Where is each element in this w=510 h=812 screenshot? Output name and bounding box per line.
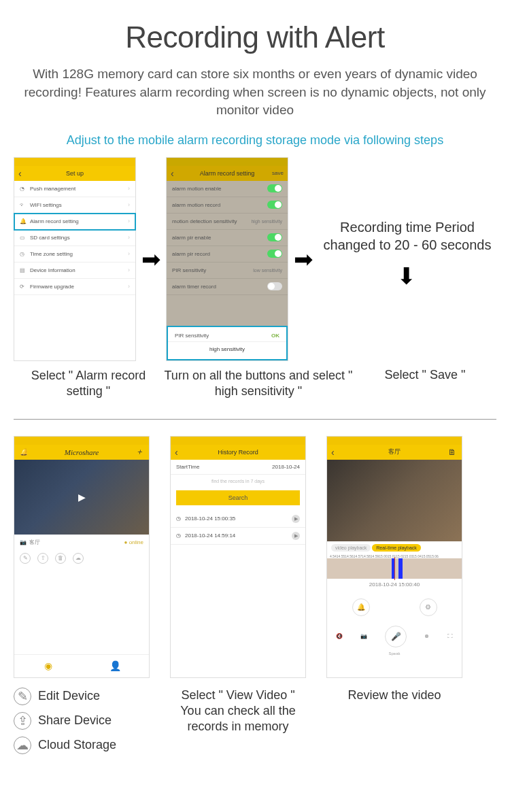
- camera-icon: 📷: [20, 539, 27, 545]
- toggle-icon[interactable]: [267, 201, 282, 209]
- topbar-alarm: ‹ Alarm record setting save: [167, 166, 288, 181]
- row-wifi[interactable]: ᯤWIFI settings›: [14, 197, 135, 214]
- topbar-title: 客厅: [388, 447, 401, 456]
- start-time-row[interactable]: StartTime 2018-10-24: [171, 460, 305, 475]
- playback-mode-tabs: video playback Real-time playback: [327, 541, 462, 554]
- record-time: 2018-10-24 14:59:14: [185, 532, 235, 539]
- playback-timestamp: 2018-10-24 15:00:40: [327, 579, 462, 593]
- record-item[interactable]: ◷ 2018-10-24 14:59:14 ▶: [171, 528, 305, 545]
- captions-row-1: Select " Alarm record setting " Turn on …: [14, 368, 496, 400]
- pill-video-playback[interactable]: video playback: [331, 544, 371, 552]
- share-icon: ⇪: [14, 712, 31, 730]
- back-icon[interactable]: ‹: [18, 168, 22, 179]
- fullscreen-icon[interactable]: ⛶: [447, 633, 453, 639]
- record-item[interactable]: ◷ 2018-10-24 15:00:35 ▶: [171, 511, 305, 528]
- search-button[interactable]: Search: [176, 490, 300, 505]
- mute-icon[interactable]: 🔇: [336, 633, 343, 639]
- camera-thumbnail[interactable]: [14, 460, 149, 535]
- caption-step3: Select " Save ": [354, 368, 496, 400]
- arrow-right-icon: ➡: [294, 246, 313, 273]
- row-timezone[interactable]: ◷Time zone setting›: [14, 246, 135, 263]
- playback-controls-1: 🔔 ⚙: [327, 593, 462, 622]
- row-motion-enable[interactable]: alarm motion enable: [167, 181, 288, 197]
- toggle-icon[interactable]: [267, 233, 282, 241]
- row-motion-sens[interactable]: motion detection sensitivityhigh sensiti…: [167, 214, 288, 230]
- row-firmware[interactable]: ⟳Firmware upgrade›: [14, 279, 135, 295]
- document-icon[interactable]: 🗎: [448, 447, 456, 457]
- caption-step2: Turn on all the buttons and select " hig…: [163, 368, 354, 400]
- row-alarm-record-setting[interactable]: 🔔Alarm record setting›: [14, 214, 135, 230]
- play-icon[interactable]: ▶: [292, 532, 300, 540]
- video-viewport[interactable]: [327, 460, 462, 541]
- topbar-playback: ‹ 客厅 🗎: [327, 445, 462, 460]
- row-push[interactable]: ◔Push management›: [14, 181, 135, 197]
- row-timer-record[interactable]: alarm timer record: [167, 279, 288, 295]
- status-bar: [327, 437, 462, 445]
- sheet-ok-button[interactable]: OK: [271, 333, 279, 339]
- row-motion-record[interactable]: alarm motion record: [167, 197, 288, 214]
- record-time: 2018-10-24 15:00:35: [185, 515, 235, 522]
- settings-list: ◔Push management› ᯤWIFI settings› 🔔Alarm…: [14, 181, 135, 295]
- bell-icon[interactable]: 🔔: [20, 448, 28, 456]
- row-sd[interactable]: ▭SD card settings›: [14, 230, 135, 246]
- sheet-option-high[interactable]: high sensitivity: [168, 342, 286, 356]
- back-icon[interactable]: ‹: [171, 168, 174, 179]
- clock-icon: ◷: [176, 532, 181, 539]
- save-button[interactable]: save: [272, 170, 284, 176]
- topbar-microshare: 🔔 Microshare ＋: [14, 445, 149, 460]
- share-icon[interactable]: ⇪: [37, 553, 48, 564]
- online-badge: ● online: [124, 539, 143, 545]
- snapshot-icon[interactable]: 📷: [360, 633, 367, 639]
- topbar-title: Alarm record setting: [200, 170, 255, 177]
- status-bar: [14, 437, 149, 445]
- legend-share: ⇪ Share Device: [14, 712, 150, 730]
- topbar-title: Set up: [66, 170, 84, 177]
- status-bar: [167, 158, 288, 166]
- pill-realtime-playback[interactable]: Real-time playback: [372, 544, 421, 552]
- toggle-icon[interactable]: [267, 282, 282, 290]
- toggle-icon[interactable]: [267, 250, 282, 258]
- tab-profile[interactable]: 👤: [82, 655, 149, 677]
- delete-icon[interactable]: 🗑: [55, 553, 66, 564]
- gear-icon[interactable]: ⚙: [420, 598, 437, 616]
- screenshot-microshare: 🔔 Microshare ＋ 📷 客厅 ● online ✎ ⇪ 🗑 ☁ ◉ 👤: [14, 436, 150, 678]
- back-icon[interactable]: ‹: [175, 447, 178, 458]
- device-row: 📷 客厅 ● online: [14, 535, 149, 550]
- edit-icon[interactable]: ✎: [20, 553, 31, 564]
- edit-icon: ✎: [14, 688, 31, 705]
- topbar-history: ‹ History Record: [171, 445, 305, 460]
- cloud-icon: ☁: [14, 737, 31, 754]
- record-icon[interactable]: ⏺: [424, 633, 430, 639]
- bell-icon[interactable]: 🔔: [352, 598, 370, 616]
- row-pir-enable[interactable]: alarm pir enable: [167, 230, 288, 246]
- captions-row-2: ✎ Edit Device ⇪ Share Device ☁ Cloud Sto…: [14, 688, 496, 761]
- legend-cloud: ☁ Cloud Storage: [14, 737, 150, 754]
- caption-history: Select " View Video " You can check all …: [170, 688, 306, 761]
- screenshot-alarm-settings: ‹ Alarm record setting save alarm motion…: [166, 157, 288, 361]
- step3-column: Recording time Period changed to 20 - 60…: [318, 157, 496, 290]
- row-pir-record[interactable]: alarm pir record: [167, 246, 288, 263]
- topbar-title: History Record: [218, 449, 258, 456]
- screenshot-playback: ‹ 客厅 🗎 video playback Real-time playback…: [326, 436, 462, 678]
- legend-edit: ✎ Edit Device: [14, 688, 150, 705]
- page-subhead: Adjust to the mobile alarm recording sto…: [14, 133, 496, 148]
- play-icon[interactable]: ▶: [292, 515, 300, 523]
- row-pir-sens[interactable]: PIR sensitivitylow sensitivity: [167, 263, 288, 279]
- toggle-icon[interactable]: [267, 184, 282, 192]
- cloud-icon[interactable]: ☁: [73, 553, 84, 564]
- timeline-scrubber[interactable]: [327, 558, 462, 579]
- legend-column: ✎ Edit Device ⇪ Share Device ☁ Cloud Sto…: [14, 688, 150, 761]
- tab-camera[interactable]: ◉: [14, 655, 82, 677]
- caption-playback: Review the video: [326, 688, 462, 761]
- topbar-setup: ‹ Set up: [14, 166, 135, 181]
- divider: [14, 419, 496, 420]
- sheet-title: PIR sensitivity: [175, 333, 209, 339]
- mic-button[interactable]: 🎤: [385, 626, 407, 647]
- playback-controls-2: 🔇 📷 🎤 ⏺ ⛶: [327, 622, 462, 652]
- back-icon[interactable]: ‹: [331, 447, 335, 458]
- screenshot-history: ‹ History Record StartTime 2018-10-24 fi…: [170, 436, 306, 678]
- plus-icon[interactable]: ＋: [135, 446, 143, 458]
- device-actions: ✎ ⇪ 🗑 ☁: [14, 550, 149, 571]
- arrow-down-icon: ➡: [392, 186, 422, 365]
- row-devinfo[interactable]: ▤Device Information›: [14, 263, 135, 279]
